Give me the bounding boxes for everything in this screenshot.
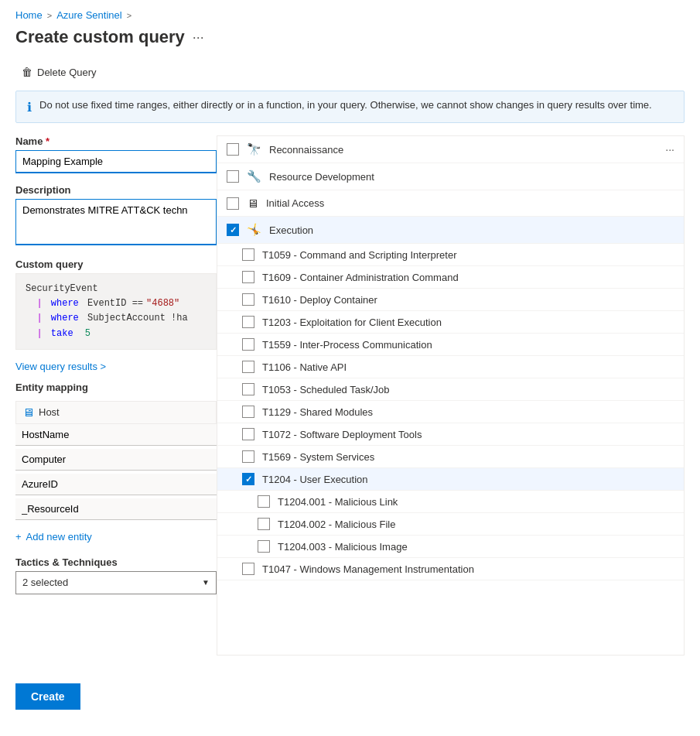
tactics-dropdown[interactable]: 2 selected ▼ (15, 571, 217, 594)
delete-query-button[interactable]: 🗑 Delete Query (15, 63, 103, 81)
checkbox-resource-development[interactable] (227, 170, 239, 183)
checkbox-t1053[interactable] (242, 383, 254, 395)
left-panel: Name * Description Demonstrates MITRE AT… (15, 135, 217, 656)
name-field-group: Name * (15, 135, 217, 173)
tactic-item-reconnaissance[interactable]: 🔭 Reconnaissance ··· (217, 136, 684, 163)
sub-technique-label-t1204-003: T1204.003 - Malicious Image (278, 541, 674, 553)
breadcrumb: Home > Azure Sentinel > (0, 0, 700, 27)
add-entity-label: Add new entity (26, 531, 92, 543)
technique-label-t1072: T1072 - Software Deployment Tools (262, 429, 674, 440)
chevron-down-icon: ▼ (202, 578, 210, 587)
technique-t1610[interactable]: T1610 - Deploy Container (217, 289, 684, 311)
technique-label-t1053: T1053 - Scheduled Task/Job (262, 384, 674, 395)
technique-label-t1047: T1047 - Windows Management Instrumentati… (262, 563, 674, 575)
checkbox-reconnaissance[interactable] (227, 143, 239, 156)
technique-t1569[interactable]: T1569 - System Services (217, 446, 684, 468)
checkbox-t1204[interactable] (242, 473, 254, 485)
code-editor[interactable]: SecurityEvent | where EventID == "4688" … (15, 273, 217, 350)
entity-host: 🖥 Host (15, 401, 217, 523)
checkbox-initial-access[interactable] (227, 197, 239, 210)
tactic-icon-reconnaissance: 🔭 (247, 142, 261, 156)
description-input[interactable]: Demonstrates MITRE ATT&CK techn (15, 199, 217, 245)
technique-t1559[interactable]: T1559 - Inter-Process Communication (217, 334, 684, 356)
custom-query-field-group: Custom query SecurityEvent | where Event… (15, 258, 217, 350)
checkbox-execution[interactable] (227, 224, 239, 236)
checkbox-t1072[interactable] (242, 428, 254, 440)
checkbox-t1569[interactable] (242, 450, 254, 463)
checkbox-t1047[interactable] (242, 563, 254, 575)
checkbox-t1559[interactable] (242, 338, 254, 351)
checkbox-t1106[interactable] (242, 361, 254, 373)
custom-query-label: Custom query (15, 258, 217, 270)
tactic-label-resource-development: Resource Development (269, 171, 674, 183)
technique-t1072[interactable]: T1072 - Software Deployment Tools (217, 423, 684, 446)
bottom-bar: Create (0, 671, 700, 722)
tactics-label: Tactics & Techniques (15, 556, 217, 568)
create-button[interactable]: Create (15, 683, 80, 710)
entity-mapping-title: Entity mapping (15, 382, 217, 393)
technique-label-t1059: T1059 - Command and Scripting Interprete… (262, 249, 674, 261)
toolbar: 🗑 Delete Query (0, 56, 700, 91)
description-label: Description (15, 184, 217, 196)
technique-t1203[interactable]: T1203 - Exploitation for Client Executio… (217, 311, 684, 334)
view-query-link[interactable]: View query results > (15, 361, 217, 372)
tactic-icon-resource-development: 🔧 (247, 169, 261, 183)
tactic-item-resource-development[interactable]: 🔧 Resource Development (217, 163, 684, 190)
tactic-item-initial-access[interactable]: 🖥 Initial Access (217, 190, 684, 217)
entity-field-azureid[interactable] (15, 474, 217, 495)
sub-technique-label-t1204-001: T1204.001 - Malicious Link (278, 496, 674, 508)
page-menu-icon[interactable]: ··· (193, 29, 204, 46)
breadcrumb-sep1: > (47, 11, 52, 20)
technique-label-t1204: T1204 - User Execution (262, 474, 674, 485)
technique-t1047[interactable]: T1047 - Windows Management Instrumentati… (217, 558, 684, 580)
sub-technique-t1204-002[interactable]: T1204.002 - Malicious File (217, 513, 684, 536)
delete-label: Delete Query (37, 67, 97, 78)
sub-technique-t1204-003[interactable]: T1204.003 - Malicious Image (217, 536, 684, 558)
tactics-value: 2 selected (22, 577, 68, 588)
right-panel: 🔭 Reconnaissance ··· 🔧 Resource Developm… (217, 135, 685, 656)
tactic-label-execution: Execution (269, 224, 674, 236)
page-header: Create custom query ··· (0, 27, 700, 56)
checkbox-t1204-001[interactable] (258, 495, 270, 508)
entity-name-host: Host (39, 406, 60, 418)
monitor-icon: 🖥 (22, 406, 34, 419)
entity-header-host[interactable]: 🖥 Host (15, 401, 217, 424)
trash-icon: 🗑 (22, 66, 32, 78)
info-icon: ℹ (27, 100, 32, 115)
technique-t1059[interactable]: T1059 - Command and Scripting Interprete… (217, 244, 684, 266)
tactic-icon-execution: 🤸 (247, 223, 261, 237)
technique-label-t1609: T1609 - Container Administration Command (262, 272, 674, 283)
breadcrumb-azure[interactable]: Azure Sentinel (56, 9, 122, 21)
technique-t1129[interactable]: T1129 - Shared Modules (217, 401, 684, 423)
name-input[interactable] (15, 150, 217, 173)
tactic-ellipsis-reconnaissance[interactable]: ··· (665, 143, 674, 156)
add-entity-button[interactable]: + Add new entity (15, 528, 92, 546)
sub-technique-t1204-001[interactable]: T1204.001 - Malicious Link (217, 491, 684, 513)
entity-field-computer[interactable] (15, 449, 217, 471)
checkbox-t1609[interactable] (242, 271, 254, 283)
tactic-label-reconnaissance: Reconnaissance (269, 144, 657, 156)
checkbox-t1204-003[interactable] (258, 540, 270, 553)
technique-t1106[interactable]: T1106 - Native API (217, 356, 684, 378)
checkbox-t1203[interactable] (242, 316, 254, 328)
checkbox-t1610[interactable] (242, 293, 254, 306)
tactic-item-execution[interactable]: 🤸 Execution (217, 217, 684, 244)
technique-label-t1203: T1203 - Exploitation for Client Executio… (262, 317, 674, 328)
checkbox-t1204-002[interactable] (258, 518, 270, 530)
technique-label-t1569: T1569 - System Services (262, 451, 674, 463)
entity-field-hostname[interactable] (15, 424, 217, 446)
technique-t1204[interactable]: T1204 - User Execution (217, 468, 684, 491)
info-banner: ℹ Do not use fixed time ranges, either d… (15, 91, 685, 123)
tactic-icon-initial-access: 🖥 (247, 197, 258, 210)
entity-field-resourceid[interactable] (15, 498, 217, 520)
tactics-list[interactable]: 🔭 Reconnaissance ··· 🔧 Resource Developm… (217, 136, 684, 655)
breadcrumb-sep2: > (127, 11, 131, 20)
breadcrumb-home[interactable]: Home (15, 9, 43, 21)
checkbox-t1129[interactable] (242, 406, 254, 418)
info-text: Do not use fixed time ranges, either dir… (39, 99, 652, 111)
checkbox-t1059[interactable] (242, 248, 254, 261)
technique-t1053[interactable]: T1053 - Scheduled Task/Job (217, 378, 684, 401)
name-label: Name * (15, 135, 217, 147)
technique-t1609[interactable]: T1609 - Container Administration Command (217, 266, 684, 289)
technique-label-t1610: T1610 - Deploy Container (262, 294, 674, 306)
